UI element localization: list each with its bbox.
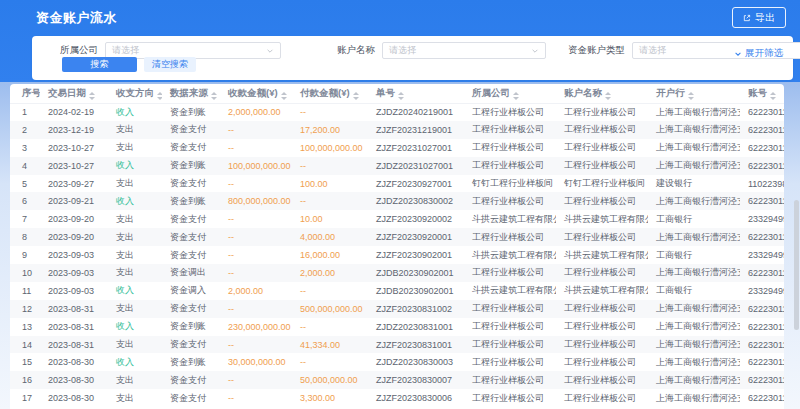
table-row: 172023-08-30支出资金支付--3,300.00ZJZF20230830… [10,389,784,407]
cell-account_name: 工程行业样板公司 [556,389,648,407]
cell-order_no: ZJZF20230830007 [368,371,464,389]
column-header-label: 序号 [22,87,40,98]
account-type-filter-label: 资金账户类型 [568,44,625,57]
cell-date: 2023-09-03 [40,246,108,264]
cell-source: 资金支付 [162,371,220,389]
column-header-bank[interactable]: 开户行 [648,84,740,103]
cell-direction: 收入 [108,192,162,210]
column-header-pay[interactable]: 付款金额(¥) [292,84,368,103]
cell-source: 资金支付 [162,175,220,193]
cell-pay: 41,334.00 [292,336,368,354]
column-header-source[interactable]: 数据来源 [162,84,220,103]
column-header-account_no[interactable]: 账号 [740,84,784,103]
search-button[interactable]: 搜索 [62,57,137,72]
column-header-label: 收支方向 [116,87,154,98]
cell-source: 资金支付 [162,210,220,228]
cell-source: 资金支付 [162,121,220,139]
cell-pay: -- [292,353,368,371]
cell-source: 资金到账 [162,157,220,175]
cell-no: 11 [10,282,40,300]
clear-search-button[interactable]: 清空搜索 [144,57,196,72]
account-name-filter-label: 账户名称 [337,44,375,57]
cell-no: 14 [10,336,40,354]
chevron-down-icon [266,47,274,55]
cell-account_no: 622230111 [740,318,784,336]
cell-pay: 4,000.00 [292,228,368,246]
cell-receive: -- [220,121,292,139]
sort-carets-icon[interactable] [157,92,162,100]
sort-carets-icon[interactable] [211,92,217,100]
window-scrollbar[interactable] [794,200,799,330]
cell-pay: 10.00 [292,210,368,228]
cell-company: 斗拱云建筑工程有限公司 [464,246,556,264]
column-header-company[interactable]: 所属公司 [464,84,556,103]
account-name-select[interactable]: 请选择 [382,42,546,59]
sort-carets-icon[interactable] [770,92,776,100]
column-header-label: 交易日期 [48,87,86,98]
flow-table-card: 序号交易日期收支方向数据来源收款金额(¥)付款金额(¥)单号所属公司账户名称开户… [10,84,784,409]
cell-bank: 上海工商银行漕河泾支行 [648,157,740,175]
table-row: 72023-09-20支出资金支付--10.00ZJZF20230920002斗… [10,210,784,228]
cell-direction: 支出 [108,300,162,318]
cell-account_name: 钉钉工程行业样板间 [556,175,648,193]
cell-order_no: ZJDZ20230830002 [368,192,464,210]
sort-carets-icon[interactable] [688,92,694,100]
cell-account_no: 233294994 [740,246,784,264]
cell-order_no: ZJZF20230831002 [368,300,464,318]
column-header-direction[interactable]: 收支方向 [108,84,162,103]
column-header-no: 序号 [10,84,40,103]
cell-no: 9 [10,246,40,264]
cell-source: 资金支付 [162,139,220,157]
cell-receive: -- [220,264,292,282]
column-header-order_no[interactable]: 单号 [368,84,464,103]
column-header-label: 开户行 [656,87,685,98]
cell-bank: 上海工商银行漕河泾支行 [648,389,740,407]
sort-carets-icon[interactable] [605,92,611,100]
cell-account_no: 622230111 [740,353,784,371]
sort-carets-icon[interactable] [353,92,359,100]
cell-company: 工程行业样板公司 [464,371,556,389]
sort-carets-icon[interactable] [513,92,519,100]
cell-direction: 收入 [108,353,162,371]
cell-source: 资金到账 [162,353,220,371]
cell-account_no: 622230111 [740,389,784,407]
sort-carets-icon[interactable] [398,92,404,100]
sort-carets-icon[interactable] [89,92,95,100]
cell-receive: -- [220,175,292,193]
cell-pay: 2,000.00 [292,264,368,282]
cell-source: 资金调出 [162,264,220,282]
cell-receive: 30,000,000.00 [220,353,292,371]
cell-date: 2023-08-30 [40,389,108,407]
company-select-placeholder: 请选择 [112,44,139,57]
table-row: 22023-12-19支出资金支付--17,200.00ZJZF20231219… [10,121,784,139]
export-icon [743,14,751,22]
cell-direction: 支出 [108,121,162,139]
column-header-account_name[interactable]: 账户名称 [556,84,648,103]
sort-carets-icon[interactable] [281,92,287,100]
column-header-date[interactable]: 交易日期 [40,84,108,103]
cell-account_no: 233294994 [740,282,784,300]
cell-date: 2023-09-03 [40,264,108,282]
export-button-label: 导出 [755,11,775,25]
export-button[interactable]: 导出 [732,7,786,28]
cell-pay: 3,300.00 [292,389,368,407]
cell-account_no: 622230111 [740,157,784,175]
cell-company: 工程行业样板公司 [464,264,556,282]
cell-source: 资金到账 [162,103,220,121]
cell-no: 4 [10,157,40,175]
cell-direction: 支出 [108,228,162,246]
cell-account_no: 622230111 [740,121,784,139]
cell-bank: 上海工商银行漕河泾支行 [648,336,740,354]
cell-company: 工程行业样板公司 [464,353,556,371]
column-header-receive[interactable]: 收款金额(¥) [220,84,292,103]
cell-bank: 上海工商银行漕河泾支行 [648,121,740,139]
cell-no: 5 [10,175,40,193]
account-name-select-placeholder: 请选择 [389,44,416,57]
cell-account_name: 工程行业样板公司 [556,371,648,389]
cell-no: 6 [10,192,40,210]
expand-filters-link[interactable]: 展开筛选 [734,47,783,60]
cell-account_name: 工程行业样板公司 [556,300,648,318]
cell-date: 2023-08-30 [40,353,108,371]
cell-date: 2023-12-19 [40,121,108,139]
column-header-label: 所属公司 [472,87,510,98]
